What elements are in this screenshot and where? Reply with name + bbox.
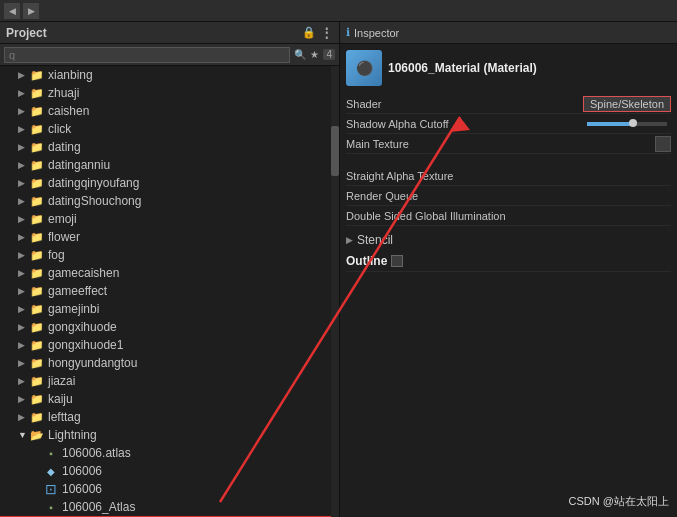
- tree-item-datingqinyoufang[interactable]: ▶ 📁 datingqinyoufang: [0, 174, 339, 192]
- item-label: click: [48, 122, 71, 136]
- tree-item-fog[interactable]: ▶ 📁 fog: [0, 246, 339, 264]
- tree-item-caishen[interactable]: ▶ 📁 caishen: [0, 102, 339, 120]
- lock-icon: 🔒: [302, 26, 316, 39]
- tree-item-lightning[interactable]: ▼ 📂 Lightning: [0, 426, 339, 444]
- arrow-icon: ▼: [18, 430, 28, 440]
- tree-item-gameeffect[interactable]: ▶ 📁 gameeffect: [0, 282, 339, 300]
- main-texture-row: Main Texture: [346, 134, 671, 154]
- folder-icon: 📁: [30, 338, 44, 352]
- item-label: caishen: [48, 104, 89, 118]
- search-input[interactable]: [4, 47, 290, 63]
- atlas2-file-icon: ▪: [44, 500, 58, 514]
- item-label: lefttag: [48, 410, 81, 424]
- tree-item-gongxihuode1[interactable]: ▶ 📁 gongxihuode1: [0, 336, 339, 354]
- folder-icon: 📁: [30, 356, 44, 370]
- inspector-title: Inspector: [354, 27, 399, 39]
- scrollbar-thumb[interactable]: [331, 126, 339, 176]
- render-queue-row: Render Queue: [346, 186, 671, 206]
- tree-item-jiazai[interactable]: ▶ 📁 jiazai: [0, 372, 339, 390]
- tree-item-datingshouchong[interactable]: ▶ 📁 datingShouchong: [0, 192, 339, 210]
- main-area: Project 🔒 ⋮ 🔍 ★ 4 ▶ 📁 xianbing ▶ 📁 z: [0, 22, 677, 517]
- search-bar: 🔍 ★ 4: [0, 44, 339, 66]
- shader-row: Shader Spine/Skeleton: [346, 94, 671, 114]
- inspector-body: ⚫ 106006_Material (Material) Shader Spin…: [340, 44, 677, 517]
- arrow-icon: ▶: [18, 358, 28, 368]
- item-label: Lightning: [48, 428, 97, 442]
- menu-icon[interactable]: ⋮: [320, 25, 333, 40]
- folder-icon: 📁: [30, 320, 44, 334]
- tree-item-106006-prefab[interactable]: ▶ ◆ 106006: [0, 462, 339, 480]
- material-title-block: 106006_Material (Material): [388, 61, 537, 75]
- folder-icon: 📁: [30, 86, 44, 100]
- folder-icon: 📁: [30, 392, 44, 406]
- material-header: ⚫ 106006_Material (Material): [346, 50, 671, 86]
- outline-label: Outline: [346, 254, 387, 268]
- folder-icon: 📁: [30, 374, 44, 388]
- arrow-icon: ▶: [18, 178, 28, 188]
- double-sided-label: Double Sided Global Illumination: [346, 210, 671, 222]
- arrow-icon: ▶: [18, 340, 28, 350]
- arrow-icon: ▶: [18, 232, 28, 242]
- tree-item-flower[interactable]: ▶ 📁 flower: [0, 228, 339, 246]
- item-label: flower: [48, 230, 80, 244]
- item-label: fog: [48, 248, 65, 262]
- item-label: gamecaishen: [48, 266, 119, 280]
- slider-thumb[interactable]: [629, 119, 637, 127]
- item-label: 106006: [62, 482, 102, 496]
- arrow-icon: ▶: [18, 106, 28, 116]
- tree-item-zhuaji[interactable]: ▶ 📁 zhuaji: [0, 84, 339, 102]
- search-icon2: ★: [310, 49, 319, 60]
- arrow-icon: ▶: [18, 394, 28, 404]
- tree-item-gamejinbi[interactable]: ▶ 📁 gamejinbi: [0, 300, 339, 318]
- item-label: emoji: [48, 212, 77, 226]
- material-sphere-icon: ⚫: [356, 60, 373, 76]
- double-sided-row: Double Sided Global Illumination: [346, 206, 671, 226]
- tree-item-lefttag[interactable]: ▶ 📁 lefttag: [0, 408, 339, 426]
- tree-item-hongyundangtou[interactable]: ▶ 📁 hongyundangtou: [0, 354, 339, 372]
- item-label: hongyundangtou: [48, 356, 137, 370]
- tree-item-106006-obj[interactable]: ▶ ⊡ 106006: [0, 480, 339, 498]
- shadow-alpha-row: Shadow Alpha Cutoff: [346, 114, 671, 134]
- tree-item-click[interactable]: ▶ 📁 click: [0, 120, 339, 138]
- object-file-icon: ⊡: [44, 482, 58, 496]
- inspector-header: ℹ Inspector: [340, 22, 677, 44]
- tree-item-dating[interactable]: ▶ 📁 dating: [0, 138, 339, 156]
- shadow-alpha-slider[interactable]: [587, 122, 667, 126]
- arrow-icon: ▶: [18, 268, 28, 278]
- straight-alpha-label: Straight Alpha Texture: [346, 170, 671, 182]
- folder-icon-open: 📂: [30, 428, 44, 442]
- stencil-section-header[interactable]: ▶ Stencil: [346, 230, 671, 250]
- project-panel-header: Project 🔒 ⋮: [0, 22, 339, 44]
- tree-item-gongxihuode[interactable]: ▶ 📁 gongxihuode: [0, 318, 339, 336]
- arrow-icon: ▶: [18, 88, 28, 98]
- arrow-icon: ▶: [18, 142, 28, 152]
- tree-item-kaiju[interactable]: ▶ 📁 kaiju: [0, 390, 339, 408]
- top-toolbar: ◀ ▶: [0, 0, 677, 22]
- item-label: 106006_Atlas: [62, 500, 135, 514]
- back-button[interactable]: ◀: [4, 3, 20, 19]
- item-label: zhuaji: [48, 86, 79, 100]
- arrow-icon: ▶: [18, 250, 28, 260]
- material-name: 106006_Material (Material): [388, 61, 537, 75]
- item-label: 106006.atlas: [62, 446, 131, 460]
- shadow-alpha-label: Shadow Alpha Cutoff: [346, 118, 583, 130]
- tree-item-106006-atlas2[interactable]: ▶ ▪ 106006_Atlas: [0, 498, 339, 516]
- folder-icon: 📁: [30, 158, 44, 172]
- stencil-arrow-icon: ▶: [346, 235, 353, 245]
- arrow-icon: ▶: [18, 286, 28, 296]
- tree-item-106006-atlas[interactable]: ▶ ▪ 106006.atlas: [0, 444, 339, 462]
- folder-icon: 📁: [30, 302, 44, 316]
- tree-item-datinganniu[interactable]: ▶ 📁 datinganniu: [0, 156, 339, 174]
- prefab-file-icon: ◆: [44, 464, 58, 478]
- item-label: xianbing: [48, 68, 93, 82]
- tree-item-emoji[interactable]: ▶ 📁 emoji: [0, 210, 339, 228]
- texture-preview[interactable]: [655, 136, 671, 152]
- item-label: gongxihuode1: [48, 338, 123, 352]
- tree-item-gamecaishen[interactable]: ▶ 📁 gamecaishen: [0, 264, 339, 282]
- forward-button[interactable]: ▶: [23, 3, 39, 19]
- shader-value[interactable]: Spine/Skeleton: [583, 96, 671, 112]
- tree-item-xianbing[interactable]: ▶ 📁 xianbing: [0, 66, 339, 84]
- outline-checkbox[interactable]: [391, 255, 403, 267]
- material-icon: ⚫: [346, 50, 382, 86]
- folder-icon: 📁: [30, 248, 44, 262]
